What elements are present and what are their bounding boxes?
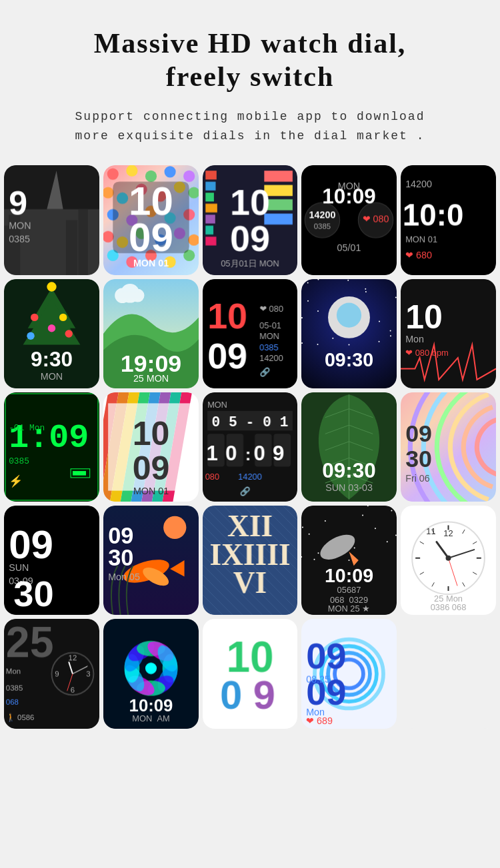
sub-text: Support connecting mobile app to downloa…	[20, 107, 480, 146]
page-wrapper: Massive HD watch dial, freely switch Sup…	[0, 0, 500, 735]
watch-face-23[interactable]	[203, 619, 298, 728]
watch-face-12[interactable]	[103, 392, 199, 502]
watch-face-18[interactable]	[203, 506, 298, 615]
watch-face-6[interactable]	[4, 279, 99, 388]
main-title: Massive HD watch dial, freely switch	[20, 27, 480, 94]
watch-face-17[interactable]	[103, 506, 199, 615]
watch-face-1[interactable]	[4, 165, 99, 274]
watch-face-9[interactable]	[301, 279, 397, 388]
watch-face-10[interactable]	[401, 279, 496, 388]
watch-face-4[interactable]	[301, 165, 397, 274]
watch-face-7[interactable]	[103, 279, 199, 388]
watch-face-13[interactable]	[203, 392, 298, 502]
watch-face-19[interactable]	[301, 506, 397, 615]
watch-face-14[interactable]	[301, 392, 397, 502]
watch-face-25	[401, 619, 496, 728]
watch-grid	[0, 159, 500, 735]
watch-face-3[interactable]	[203, 165, 298, 274]
watch-face-16[interactable]	[4, 506, 99, 615]
watch-face-2[interactable]	[103, 165, 199, 274]
watch-face-5[interactable]	[401, 165, 496, 274]
watch-face-15[interactable]	[401, 392, 496, 502]
watch-face-20[interactable]	[401, 506, 496, 615]
watch-face-22[interactable]	[103, 619, 199, 728]
watch-face-11[interactable]	[4, 392, 99, 502]
watch-face-24[interactable]	[301, 619, 397, 728]
watch-face-8[interactable]	[203, 279, 298, 388]
header-section: Massive HD watch dial, freely switch Sup…	[0, 0, 500, 159]
watch-face-21[interactable]	[4, 619, 99, 728]
